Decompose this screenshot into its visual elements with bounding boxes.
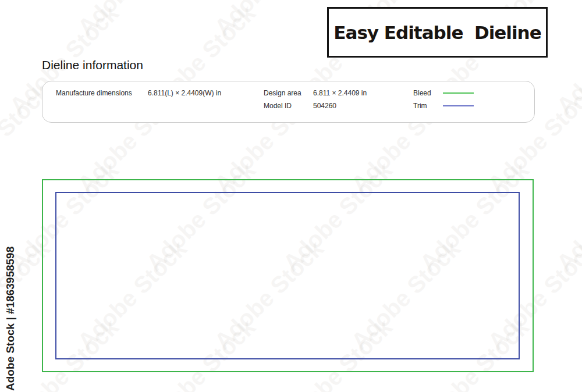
watermark-tile: Adobe Stock (210, 0, 329, 41)
manufacture-dimensions-value: 6.811(L) × 2.4409(W) in (148, 89, 221, 97)
page-heading: Dieline information (42, 58, 143, 72)
page: { "title_box": { "text": "Easy Editable … (0, 0, 582, 392)
bleed-rectangle (42, 179, 534, 372)
model-id-label: Model ID (264, 102, 292, 110)
manufacture-dimensions-label: Manufacture dimensions (56, 89, 132, 97)
watermark-tile: Adobe Stock (0, 0, 55, 41)
trim-rectangle (55, 192, 520, 359)
design-area-label: Design area (264, 89, 301, 97)
watermark-tile: Adobe Stock (552, 314, 582, 392)
legend-bleed-label: Bleed (413, 89, 431, 97)
legend-trim-line (443, 105, 474, 106)
model-id-value: 504260 (313, 102, 336, 110)
title-box: Easy Editable Dieline (327, 7, 548, 58)
title-text: Easy Editable Dieline (333, 22, 541, 43)
stock-id-watermark: Adobe Stock | #1863958598 (4, 247, 17, 391)
legend-bleed-line (443, 92, 474, 94)
watermark-tile: Adobe Stock (73, 0, 192, 41)
design-area-value: 6.811 × 2.4409 in (313, 89, 367, 97)
watermark-tile: Adobe Stock (552, 0, 582, 119)
dieline-info-panel: Manufacture dimensions 6.811(L) × 2.4409… (42, 81, 535, 123)
legend-trim-label: Trim (413, 102, 427, 110)
watermark-tile: Adobe Stock (552, 157, 582, 276)
